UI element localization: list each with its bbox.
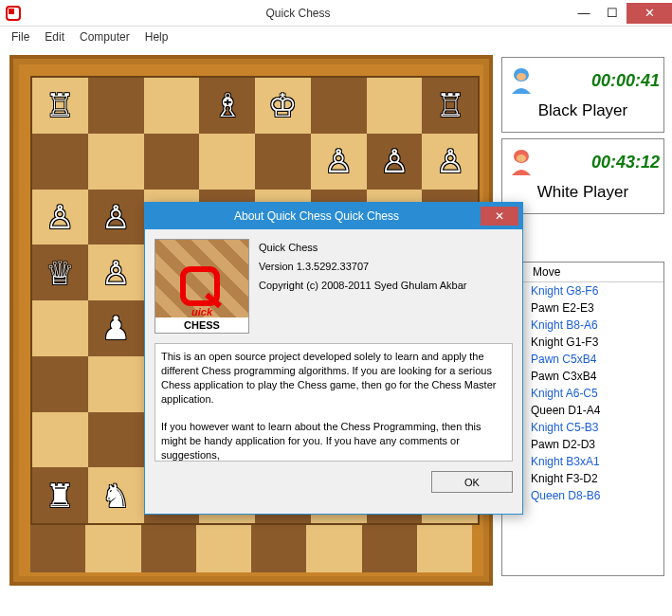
minimize-button[interactable]: — (570, 3, 598, 24)
board-bottom-strip (30, 525, 472, 572)
board-square[interactable]: ♕ (32, 245, 88, 300)
moves-list: ... Move Knight G8-F6Pawn E2-E3Knight B8… (501, 262, 664, 576)
move-text: Pawn E2-E3 (529, 301, 663, 315)
move-row[interactable]: Pawn C5xB4 (502, 351, 663, 368)
move-text: Pawn C5xB4 (529, 353, 663, 366)
chess-piece[interactable]: ♜ (45, 477, 74, 515)
menu-file[interactable]: File (4, 28, 37, 45)
board-square[interactable] (88, 134, 144, 190)
white-player-name: White Player (506, 183, 660, 202)
chess-piece[interactable]: ♙ (324, 142, 353, 180)
board-square[interactable]: ♟ (88, 300, 144, 356)
board-square[interactable] (88, 356, 144, 412)
board-square[interactable] (88, 78, 144, 134)
board-square[interactable] (311, 78, 367, 134)
board-square[interactable] (88, 412, 144, 468)
about-close-button[interactable]: ✕ (481, 207, 518, 226)
about-title-text: About Quick Chess Quick Chess (153, 209, 481, 223)
move-row[interactable]: Pawn E2-E3 (502, 299, 663, 317)
moves-header: ... Move (502, 263, 663, 282)
chess-piece[interactable]: ♖ (436, 86, 464, 124)
move-text: Knight C5-B3 (529, 421, 663, 434)
move-text: Knight A6-C5 (529, 387, 663, 400)
maximize-button[interactable]: ☐ (598, 3, 627, 24)
board-square[interactable]: ♙ (422, 134, 478, 190)
chess-piece[interactable]: ♗ (213, 86, 242, 124)
board-square[interactable]: ♙ (311, 134, 367, 190)
black-avatar-icon (506, 65, 536, 96)
about-version: Version 1.3.5292.33707 (259, 258, 467, 277)
menu-computer[interactable]: Computer (72, 28, 137, 45)
about-ok-button[interactable]: OK (431, 471, 513, 493)
about-dialog: About Quick Chess Quick Chess ✕ uick CHE… (144, 202, 523, 515)
white-time: 00:43:12 (591, 153, 660, 172)
move-row[interactable]: Pawn D2-D3 (502, 436, 663, 453)
move-text: Pawn C3xB4 (529, 370, 663, 383)
chess-piece[interactable]: ♙ (101, 254, 130, 292)
moves-col-move: Move (529, 263, 564, 281)
board-square[interactable] (144, 78, 200, 134)
board-square[interactable]: ♙ (32, 190, 88, 245)
move-row[interactable]: Knight G1-F3 (502, 334, 663, 351)
board-square[interactable]: ♙ (88, 190, 144, 245)
board-square[interactable] (32, 356, 88, 412)
menu-edit[interactable]: Edit (37, 28, 72, 45)
about-logo: uick CHESS (154, 239, 249, 334)
move-row[interactable]: Knight G8-F6 (502, 282, 663, 299)
move-text: Knight B3xA1 (529, 455, 663, 468)
board-square[interactable] (199, 134, 255, 190)
side-panel: 00:00:41 Black Player 00:43:12 White Pla… (501, 57, 664, 220)
logo-text-2: CHESS (155, 317, 248, 333)
board-square[interactable]: ♞ (88, 467, 144, 523)
about-para1: This is an open source project developed… (161, 350, 506, 406)
move-row[interactable]: Knight A6-C5 (502, 385, 663, 402)
move-text: Knight B8-A6 (529, 318, 663, 332)
svg-rect-1 (9, 9, 14, 14)
chess-piece[interactable]: ♙ (380, 142, 409, 180)
chess-piece[interactable]: ♙ (101, 198, 130, 236)
board-square[interactable]: ♖ (422, 78, 478, 134)
menubar: File Edit Computer Help (0, 27, 672, 47)
board-square[interactable]: ♖ (32, 78, 88, 134)
chess-piece[interactable]: ♙ (436, 142, 464, 180)
move-row[interactable]: Pawn C3xB4 (502, 368, 663, 385)
move-row[interactable]: Queen D1-A4 (502, 402, 663, 419)
about-para2: If you however want to learn about the C… (161, 420, 506, 462)
board-square[interactable] (144, 134, 200, 190)
board-square[interactable]: ♔ (255, 78, 311, 134)
black-player-name: Black Player (506, 101, 660, 120)
window-title: Quick Chess (27, 7, 570, 20)
black-time: 00:00:41 (591, 71, 660, 91)
menu-help[interactable]: Help (137, 28, 176, 45)
close-button[interactable]: ✕ (627, 3, 672, 24)
about-description[interactable]: This is an open source project developed… (154, 343, 513, 462)
move-row[interactable]: 18Queen D8-B6 (502, 487, 663, 504)
move-text: Queen D1-A4 (529, 404, 663, 417)
about-titlebar: About Quick Chess Quick Chess ✕ (145, 203, 522, 229)
board-square[interactable]: ♗ (199, 78, 255, 134)
board-square[interactable]: ♜ (32, 467, 88, 523)
chess-piece[interactable]: ♙ (45, 198, 74, 236)
move-row[interactable]: Knight B3xA1 (502, 453, 663, 470)
board-square[interactable] (32, 412, 88, 468)
chess-piece[interactable]: ♖ (45, 86, 74, 124)
chess-piece[interactable]: ♞ (101, 477, 130, 515)
white-clock: 00:43:12 White Player (501, 138, 664, 214)
board-square[interactable] (32, 134, 88, 190)
about-app-name: Quick Chess (259, 239, 467, 258)
about-info: Quick Chess Version 1.3.5292.33707 Copyr… (259, 239, 467, 334)
moves-body[interactable]: Knight G8-F6Pawn E2-E3Knight B8-A6Knight… (502, 282, 663, 574)
move-row[interactable]: Knight B8-A6 (502, 317, 663, 334)
chess-piece[interactable]: ♔ (268, 86, 297, 124)
board-square[interactable] (255, 134, 311, 190)
move-row[interactable]: Knight C5-B3 (502, 419, 663, 436)
board-square[interactable]: ♙ (367, 134, 423, 190)
chess-piece[interactable]: ♟ (101, 309, 130, 347)
board-square[interactable]: ♙ (88, 245, 144, 300)
board-square[interactable] (367, 78, 423, 134)
chess-piece[interactable]: ♕ (45, 254, 74, 292)
black-clock: 00:00:41 Black Player (501, 57, 664, 133)
move-row[interactable]: 17Knight F3-D2 (502, 470, 663, 487)
board-square[interactable] (32, 300, 88, 356)
white-avatar-icon (506, 147, 536, 177)
